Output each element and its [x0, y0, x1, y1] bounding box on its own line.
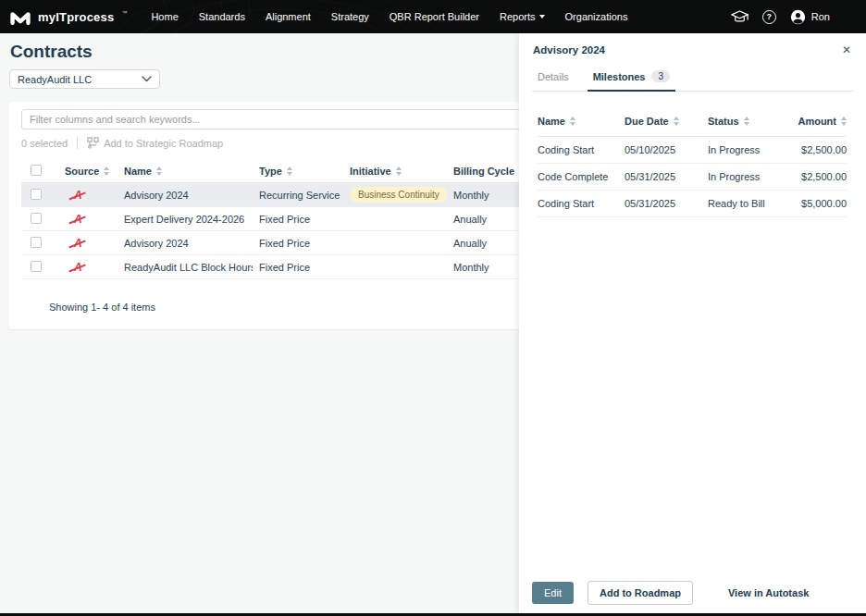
add-to-strategic-roadmap-label: Add to Strategic Roadmap [104, 138, 223, 149]
contract-name: Advisory 2024 [118, 190, 253, 201]
milestones-count-badge: 3 [651, 70, 670, 82]
contract-detail-panel: Advisory 2024 ✕ Details Milestones 3 Nam… [519, 33, 866, 616]
avatar-icon [790, 9, 806, 25]
col-amount: Amount [798, 116, 836, 127]
nav-reports-label: Reports [500, 11, 536, 22]
billing-cycle: Anually [447, 214, 519, 225]
row-checkbox[interactable] [31, 213, 42, 224]
contract-type: Fixed Price [253, 262, 343, 273]
panel-header: Advisory 2024 ✕ [519, 33, 866, 55]
autotask-source-icon: A [72, 189, 84, 202]
contracts-section: Contracts ReadyAudit LLC 0 selected [0, 33, 519, 616]
sort-icon[interactable] [104, 166, 109, 176]
milestone-row[interactable]: Coding Start 05/10/2025 In Progress $2,5… [538, 137, 847, 164]
milestone-due-date: 05/10/2025 [625, 144, 708, 155]
row-checkbox[interactable] [31, 261, 42, 272]
contracts-card: 0 selected Add to Strategic Roadmap Sour… [9, 102, 519, 329]
panel-tabs: Details Milestones 3 [532, 70, 853, 92]
main-area: Contracts ReadyAudit LLC 0 selected [0, 33, 866, 616]
academy-graduation-cap-icon[interactable] [731, 9, 748, 24]
contract-type: Fixed Price [253, 238, 343, 249]
col-source: Source [65, 166, 99, 177]
nav-alignment[interactable]: Alignment [266, 11, 311, 22]
contract-name: ReadyAudit LLC Block Hours [118, 262, 253, 273]
filter-input[interactable] [21, 109, 519, 129]
autotask-source-icon: A [72, 213, 84, 226]
sort-icon[interactable] [674, 117, 679, 126]
col-due-date: Due Date [625, 116, 669, 127]
table-row[interactable]: A Expert Delivery 2024-2026 Fixed Price … [21, 207, 519, 231]
chevron-down-icon [539, 15, 545, 18]
selection-toolbar: 0 selected Add to Strategic Roadmap [21, 137, 519, 149]
autotask-source-icon: A [72, 261, 84, 274]
billing-cycle: Anually [447, 238, 519, 249]
add-to-roadmap-button[interactable]: Add to Roadmap [588, 581, 693, 605]
milestone-amount: $2,500.00 [791, 144, 847, 155]
col-name: Name [124, 166, 152, 177]
tab-milestones[interactable]: Milestones 3 [593, 70, 670, 91]
view-in-autotask-link[interactable]: View in Autotask [728, 587, 809, 598]
nav-home[interactable]: Home [151, 11, 178, 22]
nav-standards[interactable]: Standards [199, 11, 245, 22]
contract-name: Advisory 2024 [118, 238, 253, 249]
select-all-checkbox[interactable] [31, 165, 42, 176]
sort-icon[interactable] [287, 166, 292, 176]
sort-icon[interactable] [156, 166, 162, 176]
page-title: Contracts [10, 42, 93, 62]
user-menu[interactable]: Ron [790, 9, 830, 25]
milestone-row[interactable]: Code Complete 05/31/2025 In Progress $2,… [538, 164, 847, 191]
milestone-name: Code Complete [538, 171, 625, 182]
edit-button[interactable]: Edit [532, 582, 574, 604]
autotask-source-icon: A [72, 237, 84, 250]
brand-logo[interactable]: myITprocess™ [0, 6, 127, 27]
help-icon[interactable]: ? [762, 10, 776, 24]
nav-strategy[interactable]: Strategy [331, 11, 369, 22]
user-name: Ron [811, 11, 830, 22]
close-icon[interactable]: ✕ [842, 44, 851, 55]
company-selector[interactable]: ReadyAudit LLC [9, 69, 160, 89]
roadmap-icon [87, 137, 99, 149]
col-type: Type [259, 166, 282, 177]
row-checkbox[interactable] [31, 237, 42, 248]
table-row[interactable]: A Advisory 2024 Fixed Price Anually [21, 231, 519, 255]
table-row[interactable]: A Advisory 2024 Recurring Service Busine… [21, 183, 519, 207]
milestone-status: In Progress [708, 171, 791, 182]
nav-reports[interactable]: Reports [500, 11, 545, 22]
chevron-down-icon [142, 76, 152, 82]
milestone-due-date: 05/31/2025 [625, 198, 708, 209]
milestones-table-header: Name Due Date Status Amount [538, 110, 847, 137]
milestones-table: Name Due Date Status Amount Coding Start… [538, 110, 847, 217]
selected-count: 0 selected [21, 138, 68, 149]
table-row[interactable]: A ReadyAudit LLC Block Hours Fixed Price… [21, 255, 519, 279]
col-initiative: Initiative [350, 166, 391, 177]
nav-qbr-report-builder[interactable]: QBR Report Builder [390, 11, 479, 22]
contracts-table: Source Name Type Initiative Billing Cycl… [21, 160, 519, 279]
tab-details-label: Details [538, 71, 569, 82]
contract-name: Expert Delivery 2024-2026 [118, 214, 253, 225]
col-status: Status [708, 116, 739, 127]
initiative-badge: Business Continuity [350, 187, 447, 203]
billing-cycle: Monthly [447, 262, 519, 273]
panel-title: Advisory 2024 [533, 44, 605, 55]
milestone-name: Coding Start [538, 144, 625, 155]
sort-icon[interactable] [396, 166, 402, 176]
tab-details[interactable]: Details [538, 70, 569, 91]
apps-grid-icon[interactable] [844, 11, 855, 22]
milestone-due-date: 05/31/2025 [625, 171, 708, 182]
contract-type: Recurring Service [253, 190, 343, 201]
milestone-row[interactable]: Coding Start 05/31/2025 Ready to Bill $5… [538, 191, 847, 217]
add-to-strategic-roadmap-button[interactable]: Add to Strategic Roadmap [87, 137, 223, 149]
sort-icon[interactable] [841, 117, 847, 126]
nav-organizations[interactable]: Organizations [565, 11, 628, 22]
sort-icon[interactable] [570, 117, 575, 126]
company-selector-value: ReadyAudit LLC [18, 74, 92, 85]
top-navbar: myITprocess™ Home Standards Alignment St… [0, 0, 866, 33]
primary-nav: Home Standards Alignment Strategy QBR Re… [151, 11, 648, 22]
milestone-amount: $5,000.00 [791, 198, 847, 209]
contracts-table-header: Source Name Type Initiative Billing Cycl… [21, 160, 519, 183]
sort-icon[interactable] [744, 117, 749, 126]
milestone-name: Coding Start [538, 198, 625, 209]
billing-cycle: Monthly [447, 190, 519, 201]
brand-trademark: ™ [121, 10, 127, 16]
row-checkbox[interactable] [31, 189, 42, 200]
